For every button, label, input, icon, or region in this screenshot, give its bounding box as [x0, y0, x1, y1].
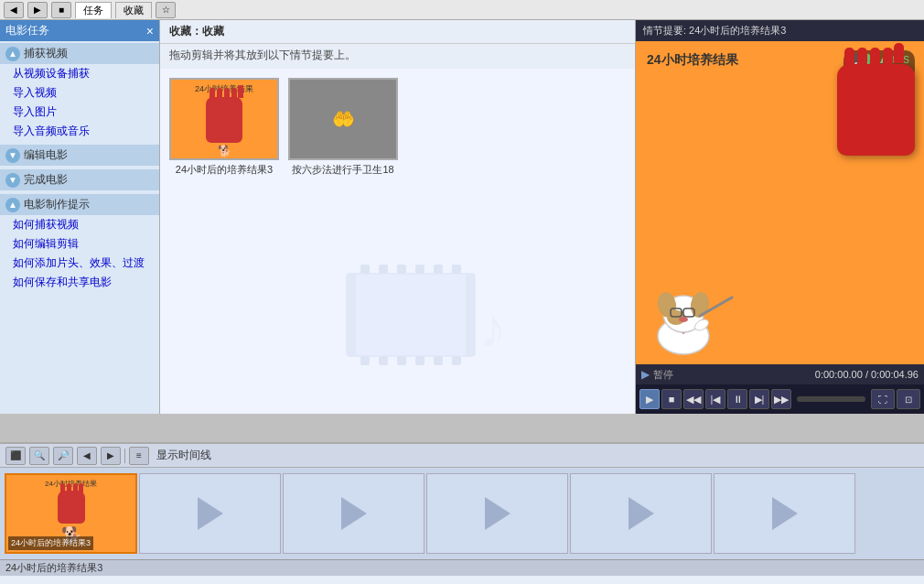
hand-print-small — [206, 97, 242, 143]
stop-button[interactable]: ■ — [51, 2, 71, 18]
prev-frame-button[interactable]: |◀ — [705, 389, 725, 409]
tl-btn-zoom-in[interactable]: 🔍 — [29, 447, 49, 465]
content-header: 收藏：收藏 — [160, 20, 635, 44]
timeline-show-label: 显示时间线 — [156, 448, 211, 463]
content-area: 收藏：收藏 拖动剪辑并将其放到以下情节提要上。 24小时培养结果 🐕 24小时后… — [160, 20, 636, 414]
finish-section-label: 完成电影 — [24, 172, 68, 188]
tl-separator — [124, 449, 125, 463]
sidebar-title: 电影任务 — [5, 23, 49, 38]
sidebar-section-tips: ▲ 电影制作提示 如何捕获视频 如何编辑剪辑 如何添加片头、效果、过渡 如何保存… — [0, 192, 159, 294]
video-label-2: 按六步法进行手卫生18 — [292, 163, 393, 177]
clip-arrow-3 — [341, 497, 367, 530]
tips-section-label: 电影制作提示 — [24, 197, 90, 212]
dog-icon-small: 🐕 — [218, 145, 231, 157]
clip-arrow-2 — [198, 497, 223, 530]
clip-arrow-6 — [772, 497, 798, 530]
status-bar-text: 24小时后的培养结果3 — [5, 561, 102, 575]
sidebar-section-edit: ▼ 编辑电影 — [0, 143, 159, 168]
edit-section-icon: ▼ — [5, 148, 20, 163]
video-item-2[interactable]: 🤲 按六步法进行手卫生18 — [288, 78, 398, 177]
svg-rect-0 — [347, 274, 475, 356]
timeline-clip-4[interactable] — [426, 473, 568, 554]
bottom-area: ⬛ 🔍 🔎 ◀ ▶ ≡ 显示时间线 24小时培养结果 🐕 24小时后的培养结果3 — [0, 442, 924, 584]
sidebar-section-edit-header[interactable]: ▼ 编辑电影 — [0, 145, 159, 166]
svg-rect-10 — [379, 356, 388, 365]
timeline-clip-3[interactable] — [283, 473, 424, 554]
content-header-title: 收藏：收藏 — [169, 25, 224, 38]
next-frame-button[interactable]: ▶| — [749, 389, 769, 409]
video-grid: 24小时培养结果 🐕 24小时后的培养结果3 🤲 按六步法进行手卫生18 — [160, 69, 635, 186]
sidebar-section-tips-header[interactable]: ▲ 电影制作提示 — [0, 194, 159, 215]
stop-ctrl-button[interactable]: ■ — [661, 389, 682, 409]
tl-btn-next[interactable]: ▶ — [101, 447, 121, 465]
svg-rect-13 — [434, 356, 443, 365]
preview-status-icon: ▶ — [641, 368, 650, 381]
back-button[interactable]: ◀ — [4, 2, 24, 18]
preview-area: 情节提要: 24小时后的培养结果3 41% ▲ 0K/S ▼ 0K/S 24小时… — [636, 20, 924, 414]
thumb1-text: 24小时培养结果 — [193, 81, 255, 97]
tips-section-icon: ▲ — [5, 198, 20, 212]
timeline-clip-first[interactable]: 24小时培养结果 🐕 24小时后的培养结果3 — [5, 473, 137, 554]
timeline-clip-first-label: 24小时后的培养结果3 — [8, 536, 93, 550]
dog-character — [645, 270, 736, 360]
tl-btn-prev[interactable]: ◀ — [77, 447, 97, 465]
video-label-1: 24小时后的培养结果3 — [176, 163, 273, 177]
sidebar-link-how-save[interactable]: 如何保存和共享电影 — [0, 273, 159, 292]
status-bar: 24小时后的培养结果3 — [0, 559, 924, 576]
sidebar-link-how-capture[interactable]: 如何捕获视频 — [0, 215, 159, 234]
svg-rect-2 — [466, 274, 475, 356]
timeline-toolbar: ⬛ 🔍 🔎 ◀ ▶ ≡ 显示时间线 — [0, 444, 924, 468]
sidebar-link-import-video[interactable]: 导入视频 — [0, 83, 159, 103]
split-button[interactable]: ⊡ — [897, 389, 920, 409]
svg-rect-7 — [434, 265, 443, 274]
timeline-clip-5[interactable] — [570, 473, 712, 554]
svg-rect-3 — [360, 265, 370, 274]
preview-status-bar: ▶ 暂停 0:00:00.00 / 0:00:04.96 — [636, 364, 924, 384]
preview-video: 41% ▲ 0K/S ▼ 0K/S 24小时培养结果 — [636, 41, 924, 364]
sidebar-close-button[interactable]: × — [146, 24, 154, 38]
pause-button[interactable]: ⏸ — [727, 389, 747, 409]
sidebar: 电影任务 × ▲ 捕获视频 从视频设备捕获 导入视频 导入图片 导入音频或音乐 … — [0, 20, 160, 414]
preview-time: 0:00:00.00 / 0:00:04.96 — [815, 369, 919, 380]
fast-forward-button[interactable]: ▶▶ — [771, 389, 791, 409]
sidebar-section-finish-header[interactable]: ▼ 完成电影 — [0, 169, 159, 190]
volume-slider[interactable] — [797, 396, 865, 402]
tab-tasks[interactable]: 任务 — [75, 2, 112, 18]
preview-status-text: 暂停 — [653, 368, 673, 382]
fullscreen-button[interactable]: ⛶ — [871, 389, 895, 409]
sidebar-link-how-add[interactable]: 如何添加片头、效果、过渡 — [0, 254, 159, 273]
thumb2-content: 🤲 — [332, 108, 355, 130]
clip-arrow-4 — [485, 497, 510, 530]
thumb2-bg: 🤲 — [290, 80, 396, 158]
preview-header-text: 情节提要: 24小时后的培养结果3 — [643, 25, 786, 36]
sidebar-section-capture-header[interactable]: ▲ 捕获视频 — [0, 43, 159, 64]
toolbar-btn3[interactable]: ☆ — [156, 2, 176, 18]
preview-header: 情节提要: 24小时后的培养结果3 — [636, 20, 924, 41]
sidebar-link-capture-device[interactable]: 从视频设备捕获 — [0, 64, 159, 83]
svg-text:♪: ♪ — [479, 297, 507, 359]
rewind-button[interactable]: ◀◀ — [683, 389, 704, 409]
tl-btn-show-timeline[interactable]: ≡ — [129, 447, 149, 465]
svg-rect-11 — [397, 356, 406, 365]
sidebar-link-import-audio[interactable]: 导入音频或音乐 — [0, 122, 159, 141]
svg-rect-1 — [347, 274, 356, 356]
video-thumb-1: 24小时培养结果 🐕 — [169, 78, 279, 160]
sidebar-link-how-edit[interactable]: 如何编辑剪辑 — [0, 234, 159, 254]
tl-btn-zoom-out[interactable]: 🔎 — [53, 447, 73, 465]
filmstrip-watermark: ♪ — [338, 219, 539, 405]
edit-section-label: 编辑电影 — [24, 147, 68, 163]
tl-btn-1[interactable]: ⬛ — [5, 447, 26, 465]
svg-rect-14 — [452, 356, 461, 365]
sidebar-section-capture: ▲ 捕获视频 从视频设备捕获 导入视频 导入图片 导入音频或音乐 — [0, 41, 159, 143]
timeline-clip-6[interactable] — [714, 473, 855, 554]
big-hand-container — [837, 64, 915, 156]
timeline-clip-2[interactable] — [139, 473, 281, 554]
sidebar-link-import-image[interactable]: 导入图片 — [0, 103, 159, 122]
svg-point-25 — [679, 317, 688, 322]
svg-rect-6 — [415, 265, 424, 274]
play-button[interactable]: ▶ — [639, 389, 660, 409]
video-item-1[interactable]: 24小时培养结果 🐕 24小时后的培养结果3 — [169, 78, 279, 177]
tab-collections[interactable]: 收藏 — [115, 2, 152, 18]
thumb1-bg: 24小时培养结果 🐕 — [171, 80, 277, 158]
forward-button[interactable]: ▶ — [27, 2, 48, 18]
